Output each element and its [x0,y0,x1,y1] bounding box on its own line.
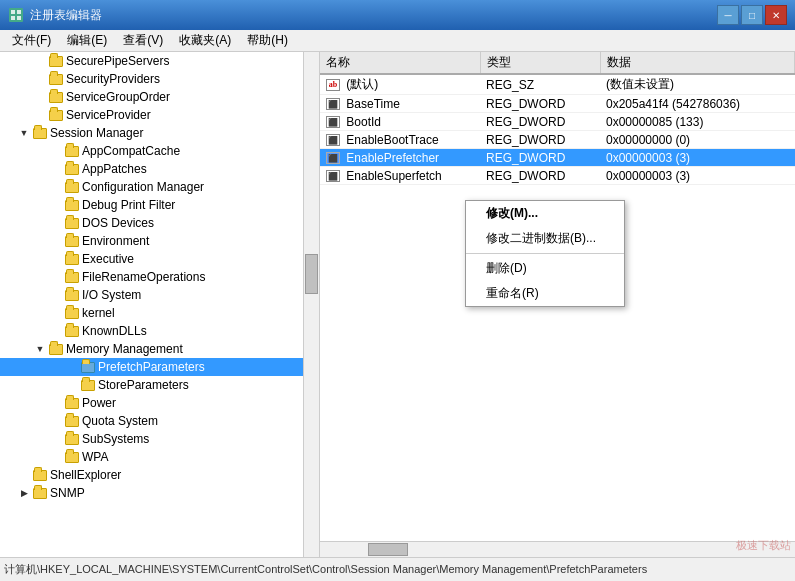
cell-name: ⬛ EnableBootTrace [320,131,480,149]
cell-type: REG_DWORD [480,131,600,149]
tree-item-filerenameoperations[interactable]: FileRenameOperations [0,268,319,286]
tree-item-shellexplorer[interactable]: ShellExplorer [0,466,319,484]
expander: ▼ [16,128,32,138]
reg-dword-icon: ⬛ [326,116,340,128]
folder-open-icon [48,342,64,356]
tree-scrollbar[interactable] [303,52,319,557]
tree-label: Environment [82,234,149,248]
tree-item-sessionmanager[interactable]: ▼ Session Manager [0,124,319,142]
folder-icon [64,450,80,464]
tree-item-storeparameters[interactable]: StoreParameters [0,376,319,394]
tree-label: FileRenameOperations [82,270,205,284]
tree-item-securepipeservers[interactable]: SecurePipeServers [0,52,319,70]
table-row[interactable]: ⬛ BootId REG_DWORD 0x00000085 (133) [320,113,795,131]
cell-data: 0x00000003 (3) [600,167,795,185]
folder-icon [32,486,48,500]
h-scrollbar-thumb[interactable] [368,543,408,556]
table-row[interactable]: ⬛ BaseTime REG_DWORD 0x205a41f4 (5427860… [320,95,795,113]
tree-item-memorymanagement[interactable]: ▼ Memory Management [0,340,319,358]
main-content: SecurePipeServers SecurityProviders Serv… [0,52,795,557]
folder-open-icon [32,126,48,140]
folder-icon [64,324,80,338]
tree-item-executive[interactable]: Executive [0,250,319,268]
close-button[interactable]: ✕ [765,5,787,25]
menu-view[interactable]: 查看(V) [115,30,171,51]
context-menu: 修改(M)... 修改二进制数据(B)... 删除(D) 重命名(R) [465,200,625,307]
maximize-button[interactable]: □ [741,5,763,25]
tree-item-snmp[interactable]: ▶ SNMP [0,484,319,502]
tree-item-power[interactable]: Power [0,394,319,412]
cell-name: ab (默认) [320,74,480,95]
tree-label: PrefetchParameters [98,360,205,374]
tree-label: ShellExplorer [50,468,121,482]
tree-item-securityproviders[interactable]: SecurityProviders [0,70,319,88]
cell-type: REG_DWORD [480,95,600,113]
tree-item-apppatches[interactable]: AppPatches [0,160,319,178]
folder-icon [48,72,64,86]
cell-data: 0x205a41f4 (542786036) [600,95,795,113]
tree-item-appcompatcache[interactable]: AppCompatCache [0,142,319,160]
folder-icon [64,234,80,248]
tree-label: I/O System [82,288,141,302]
tree-item-wpa[interactable]: WPA [0,448,319,466]
tree-item-serviceprovider[interactable]: ServiceProvider [0,106,319,124]
tree-label: kernel [82,306,115,320]
tree-item-iosystem[interactable]: I/O System [0,286,319,304]
reg-dword-icon: ⬛ [326,98,340,110]
menu-edit[interactable]: 编辑(E) [59,30,115,51]
table-row-selected[interactable]: ⬛ EnablePrefetcher REG_DWORD 0x00000003 … [320,149,795,167]
tree-item-knowndlls[interactable]: KnownDLLs [0,322,319,340]
menu-favorites[interactable]: 收藏夹(A) [171,30,239,51]
folder-icon [64,414,80,428]
tree-item-quotasystem[interactable]: Quota System [0,412,319,430]
table-row[interactable]: ⬛ EnableBootTrace REG_DWORD 0x00000000 (… [320,131,795,149]
h-scrollbar[interactable] [320,541,795,557]
minimize-button[interactable]: ─ [717,5,739,25]
context-menu-modify-binary[interactable]: 修改二进制数据(B)... [466,226,624,251]
cell-name: ⬛ BootId [320,113,480,131]
tree-label: SecurePipeServers [66,54,169,68]
cell-type: REG_SZ [480,74,600,95]
folder-icon [64,432,80,446]
cell-data: 0x00000085 (133) [600,113,795,131]
menu-help[interactable]: 帮助(H) [239,30,296,51]
tree-item-dosdevices[interactable]: DOS Devices [0,214,319,232]
reg-dword-icon: ⬛ [326,134,340,146]
tree-label: StoreParameters [98,378,189,392]
tree-item-debugprintfilter[interactable]: Debug Print Filter [0,196,319,214]
folder-icon [48,90,64,104]
status-path: 计算机\HKEY_LOCAL_MACHINE\SYSTEM\CurrentCon… [4,562,647,577]
svg-rect-2 [17,10,21,14]
tree-label: SNMP [50,486,85,500]
cell-type: REG_DWORD [480,113,600,131]
col-header-name: 名称 [320,52,480,74]
tree-item-environment[interactable]: Environment [0,232,319,250]
tree-label: KnownDLLs [82,324,147,338]
tree-item-servicegrouporder[interactable]: ServiceGroupOrder [0,88,319,106]
context-menu-delete[interactable]: 删除(D) [466,256,624,281]
tree-label: Executive [82,252,134,266]
tree-label: DOS Devices [82,216,154,230]
tree-scroll[interactable]: SecurePipeServers SecurityProviders Serv… [0,52,319,557]
tree-label: Debug Print Filter [82,198,175,212]
tree-label: Quota System [82,414,158,428]
folder-icon [80,378,96,392]
window-title: 注册表编辑器 [30,7,717,24]
scrollbar-thumb[interactable] [305,254,318,294]
context-menu-rename[interactable]: 重命名(R) [466,281,624,306]
tree-item-configurationmanager[interactable]: Configuration Manager [0,178,319,196]
context-menu-modify[interactable]: 修改(M)... [466,201,624,226]
cell-name: ⬛ EnableSuperfetch [320,167,480,185]
col-header-type: 类型 [480,52,600,74]
table-row[interactable]: ab (默认) REG_SZ (数值未设置) [320,74,795,95]
table-row[interactable]: ⬛ EnableSuperfetch REG_DWORD 0x00000003 … [320,167,795,185]
tree-item-kernel[interactable]: kernel [0,304,319,322]
folder-icon [64,306,80,320]
reg-sz-icon: ab [326,79,340,91]
tree-item-prefetchparameters[interactable]: PrefetchParameters [0,358,319,376]
expander: ▶ [16,488,32,498]
tree-item-subsystems[interactable]: SubSystems [0,430,319,448]
menu-file[interactable]: 文件(F) [4,30,59,51]
cell-name: ⬛ EnablePrefetcher [320,149,480,167]
cell-data: (数值未设置) [600,74,795,95]
